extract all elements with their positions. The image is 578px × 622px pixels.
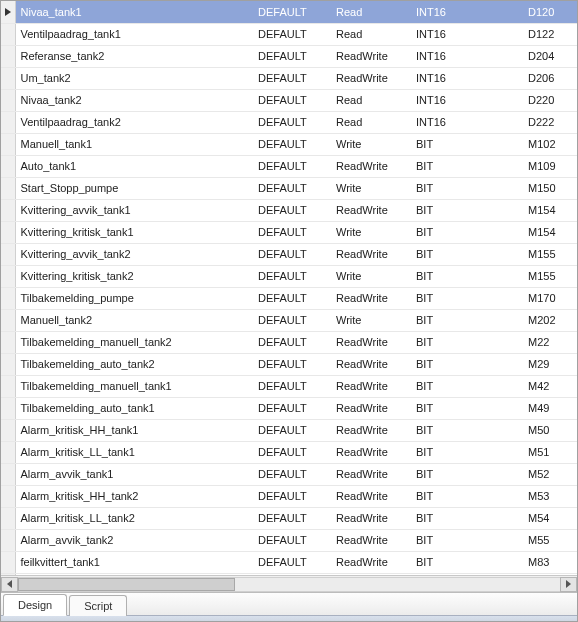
cell-address[interactable]: M22: [523, 331, 577, 353]
cell-access[interactable]: ReadWrite: [331, 529, 411, 551]
cell-access[interactable]: ReadWrite: [331, 441, 411, 463]
cell-type[interactable]: BIT: [411, 529, 523, 551]
table-row[interactable]: Ventilpaadrag_tank2DEFAULTReadINT16D222: [1, 111, 577, 133]
cell-name[interactable]: Alarm_kritisk_HH_tank2: [15, 485, 253, 507]
cell-name[interactable]: Start_Stopp_pumpe: [15, 177, 253, 199]
cell-name[interactable]: Kvittering_avvik_tank1: [15, 199, 253, 221]
row-gutter[interactable]: [1, 287, 15, 309]
table-row[interactable]: Nivaa_tank2DEFAULTReadINT16D220: [1, 89, 577, 111]
row-gutter[interactable]: [1, 177, 15, 199]
cell-access[interactable]: ReadWrite: [331, 353, 411, 375]
cell-address[interactable]: D206: [523, 67, 577, 89]
cell-name[interactable]: Kvittering_kritisk_tank1: [15, 221, 253, 243]
table-row[interactable]: Alarm_kritisk_LL_tank1DEFAULTReadWriteBI…: [1, 441, 577, 463]
cell-address[interactable]: M154: [523, 221, 577, 243]
cell-name[interactable]: Tilbakemelding_pumpe: [15, 287, 253, 309]
table-row[interactable]: Tilbakemelding_pumpeDEFAULTReadWriteBITM…: [1, 287, 577, 309]
cell-access[interactable]: ReadWrite: [331, 375, 411, 397]
cell-scope[interactable]: DEFAULT: [253, 133, 331, 155]
cell-access[interactable]: ReadWrite: [331, 463, 411, 485]
cell-scope[interactable]: DEFAULT: [253, 45, 331, 67]
cell-scope[interactable]: DEFAULT: [253, 111, 331, 133]
cell-scope[interactable]: DEFAULT: [253, 23, 331, 45]
cell-access[interactable]: ReadWrite: [331, 507, 411, 529]
cell-type[interactable]: BIT: [411, 221, 523, 243]
table-row[interactable]: Tilbakemelding_manuell_tank2DEFAULTReadW…: [1, 331, 577, 353]
cell-type[interactable]: INT16: [411, 23, 523, 45]
cell-scope[interactable]: DEFAULT: [253, 221, 331, 243]
cell-name[interactable]: Ventilpaadrag_tank1: [15, 23, 253, 45]
cell-scope[interactable]: DEFAULT: [253, 463, 331, 485]
row-gutter[interactable]: [1, 309, 15, 331]
cell-scope[interactable]: DEFAULT: [253, 177, 331, 199]
row-gutter[interactable]: [1, 221, 15, 243]
cell-address[interactable]: M50: [523, 419, 577, 441]
cell-address[interactable]: M83: [523, 551, 577, 573]
table-row[interactable]: Nivaa_tank1DEFAULTReadINT16D120: [1, 1, 577, 23]
table-row[interactable]: Tilbakemelding_auto_tank2DEFAULTReadWrit…: [1, 353, 577, 375]
table-row[interactable]: Manuell_tank2DEFAULTWriteBITM202: [1, 309, 577, 331]
row-gutter[interactable]: [1, 529, 15, 551]
row-gutter[interactable]: [1, 199, 15, 221]
table-row[interactable]: Manuell_tank1DEFAULTWriteBITM102: [1, 133, 577, 155]
cell-scope[interactable]: DEFAULT: [253, 287, 331, 309]
cell-type[interactable]: BIT: [411, 199, 523, 221]
cell-scope[interactable]: DEFAULT: [253, 243, 331, 265]
cell-name[interactable]: Ventilpaadrag_tank2: [15, 111, 253, 133]
table-row[interactable]: Alarm_avvik_tank2DEFAULTReadWriteBITM55: [1, 529, 577, 551]
cell-address[interactable]: M109: [523, 155, 577, 177]
cell-type[interactable]: INT16: [411, 111, 523, 133]
table-row[interactable]: Auto_tank1DEFAULTReadWriteBITM109: [1, 155, 577, 177]
cell-type[interactable]: BIT: [411, 265, 523, 287]
table-row[interactable]: Um_tank2DEFAULTReadWriteINT16D206: [1, 67, 577, 89]
cell-address[interactable]: M42: [523, 375, 577, 397]
cell-name[interactable]: Alarm_kritisk_HH_tank1: [15, 419, 253, 441]
cell-access[interactable]: Write: [331, 177, 411, 199]
table-row[interactable]: Ventilpaadrag_tank1DEFAULTReadINT16D122: [1, 23, 577, 45]
cell-scope[interactable]: DEFAULT: [253, 155, 331, 177]
cell-name[interactable]: Alarm_avvik_tank1: [15, 463, 253, 485]
cell-type[interactable]: BIT: [411, 331, 523, 353]
table-row[interactable]: Alarm_kritisk_HH_tank1DEFAULTReadWriteBI…: [1, 419, 577, 441]
row-gutter[interactable]: [1, 89, 15, 111]
cell-type[interactable]: BIT: [411, 507, 523, 529]
cell-scope[interactable]: DEFAULT: [253, 375, 331, 397]
cell-access[interactable]: Read: [331, 23, 411, 45]
cell-name[interactable]: Tilbakemelding_auto_tank1: [15, 397, 253, 419]
row-gutter[interactable]: [1, 265, 15, 287]
cell-name[interactable]: Tilbakemelding_auto_tank2: [15, 353, 253, 375]
cell-type[interactable]: BIT: [411, 243, 523, 265]
cell-name[interactable]: Kvittering_avvik_tank2: [15, 243, 253, 265]
scrollbar-track[interactable]: [18, 577, 560, 592]
cell-scope[interactable]: DEFAULT: [253, 331, 331, 353]
cell-address[interactable]: M150: [523, 177, 577, 199]
cell-access[interactable]: Read: [331, 89, 411, 111]
cell-type[interactable]: BIT: [411, 353, 523, 375]
cell-access[interactable]: ReadWrite: [331, 419, 411, 441]
cell-type[interactable]: BIT: [411, 309, 523, 331]
cell-access[interactable]: ReadWrite: [331, 45, 411, 67]
table-row[interactable]: Alarm_avvik_tank1DEFAULTReadWriteBITM52: [1, 463, 577, 485]
scroll-right-button[interactable]: [560, 577, 577, 592]
cell-name[interactable]: Kvittering_kritisk_tank2: [15, 265, 253, 287]
cell-name[interactable]: Nivaa_tank2: [15, 89, 253, 111]
cell-access[interactable]: ReadWrite: [331, 67, 411, 89]
cell-address[interactable]: D204: [523, 45, 577, 67]
row-gutter[interactable]: [1, 133, 15, 155]
row-gutter[interactable]: [1, 45, 15, 67]
cell-address[interactable]: M54: [523, 507, 577, 529]
cell-address[interactable]: M51: [523, 441, 577, 463]
row-gutter[interactable]: [1, 1, 15, 23]
cell-scope[interactable]: DEFAULT: [253, 265, 331, 287]
cell-name[interactable]: Alarm_avvik_tank2: [15, 529, 253, 551]
cell-name[interactable]: Manuell_tank2: [15, 309, 253, 331]
cell-type[interactable]: INT16: [411, 89, 523, 111]
cell-address[interactable]: M53: [523, 485, 577, 507]
row-gutter[interactable]: [1, 551, 15, 573]
table-row[interactable]: feilkvittert_tank1DEFAULTReadWriteBITM83: [1, 551, 577, 573]
cell-scope[interactable]: DEFAULT: [253, 309, 331, 331]
cell-type[interactable]: INT16: [411, 1, 523, 23]
cell-type[interactable]: BIT: [411, 419, 523, 441]
cell-type[interactable]: BIT: [411, 485, 523, 507]
cell-access[interactable]: Read: [331, 1, 411, 23]
